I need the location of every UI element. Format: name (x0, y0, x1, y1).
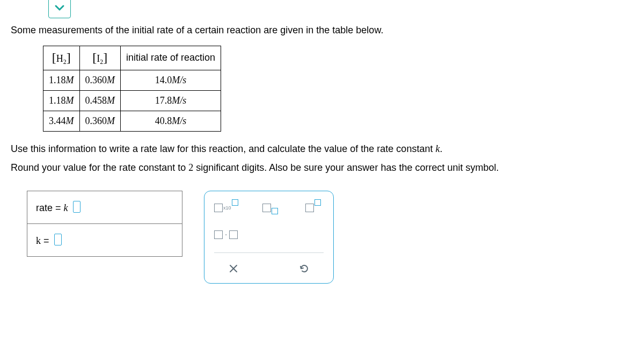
chevron-down-icon (54, 4, 65, 12)
subscript-button[interactable] (259, 199, 281, 217)
close-icon (229, 264, 238, 273)
k-value-placeholder[interactable] (54, 234, 62, 245)
measurements-table: [H2] [I2] initial rate of reaction 1.18M… (43, 46, 221, 132)
equation-tool-panel: x10 · (204, 191, 334, 284)
clear-button[interactable] (223, 259, 244, 278)
table-row: 3.44M 0.360M 40.8M/s (43, 111, 221, 131)
rate-law-placeholder[interactable] (73, 201, 80, 213)
header-rate: initial rate of reaction (121, 46, 221, 70)
k-value-input-cell[interactable]: k = (27, 224, 182, 257)
multiply-template-button[interactable]: · (214, 226, 238, 244)
instruction-2: Round your value for the rate constant t… (11, 161, 633, 175)
expand-toggle[interactable] (48, 0, 71, 18)
table-row: 1.18M 0.360M 14.0M/s (43, 70, 221, 90)
superscript-button[interactable] (302, 199, 324, 217)
intro-text: Some measurements of the initial rate of… (11, 24, 633, 37)
header-h2: [H2] (43, 46, 80, 70)
instruction-1: Use this information to write a rate law… (11, 142, 633, 156)
undo-icon (299, 263, 310, 274)
header-i2: [I2] (79, 46, 121, 70)
answer-boxes: rate = k k = (27, 191, 182, 257)
table-row: 1.18M 0.458M 17.8M/s (43, 90, 221, 111)
undo-button[interactable] (294, 259, 315, 278)
scientific-notation-button[interactable]: x10 (214, 199, 238, 217)
rate-law-input-cell[interactable]: rate = k (27, 191, 182, 224)
